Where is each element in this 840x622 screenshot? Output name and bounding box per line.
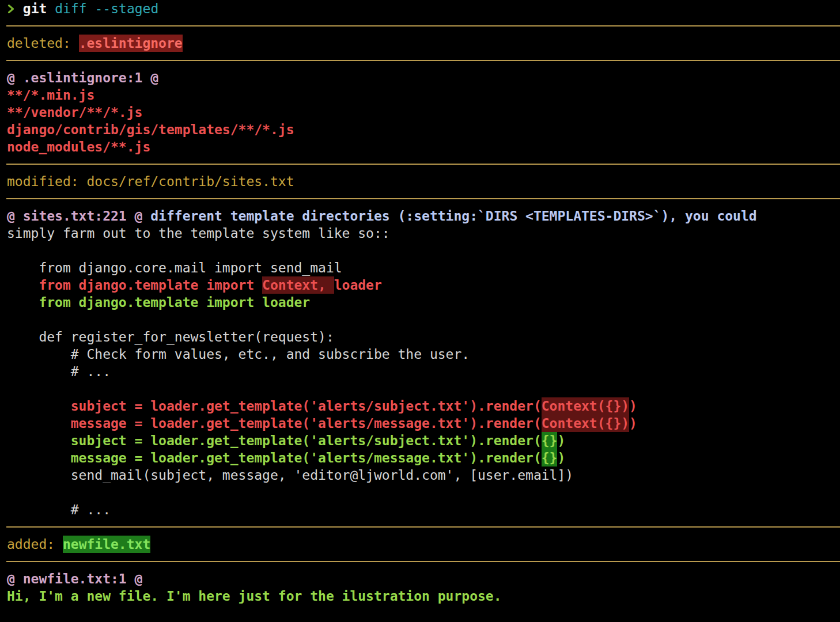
context-line-text: def register_for_newsletter(request): (7, 328, 334, 346)
terminal-line: # ... (7, 363, 840, 380)
terminal-line: from django.template import loader (7, 294, 840, 311)
terminal-line: message = loader.get_template('alerts/me… (7, 415, 840, 432)
separator-line (6, 561, 840, 562)
removed-line-text: node_modules/**.js (7, 138, 150, 156)
terminal-line: added: newfile.txt (7, 536, 840, 553)
blank-line (7, 380, 840, 397)
blank-line (7, 484, 840, 501)
terminal-line: # ... (7, 501, 840, 518)
separator-rule (6, 553, 840, 570)
terminal-line: subject = loader.get_template('alerts/su… (7, 397, 840, 415)
hunk-header: @ sites.txt:221 @ (7, 207, 142, 225)
separator-line (6, 526, 840, 528)
file-status-label: modified: docs/ref/contrib/sites.txt (7, 173, 294, 190)
context-line-text (47, 0, 55, 17)
hunk-header: @ .eslintignore:1 @ (7, 69, 158, 86)
separator-line (6, 25, 840, 26)
terminal-line: subject = loader.get_template('alerts/su… (7, 432, 840, 449)
terminal-line: django/contrib/gis/templates/**/*.js (7, 121, 840, 138)
added-emphasis: {} (542, 432, 558, 449)
terminal-line: modified: docs/ref/contrib/sites.txt (7, 173, 840, 190)
terminal-line: @ sites.txt:221 @ different template dir… (7, 207, 840, 225)
context-line-text: # ... (7, 501, 111, 518)
terminal-line: def register_for_newsletter(request): (7, 328, 840, 346)
terminal-line: message = loader.get_template('alerts/me… (7, 449, 840, 466)
removed-line-text: subject = loader.get_template('alerts/su… (7, 397, 542, 415)
hunk-header-context: different template directories (:setting… (142, 207, 756, 225)
context-line-text: # Check form values, etc., and subscribe… (7, 346, 470, 363)
terminal-line: **/*.min.js (7, 86, 840, 104)
added-line-text: message = loader.get_template('alerts/me… (7, 449, 542, 466)
added-line-text: ) (557, 432, 565, 449)
added-file-name: newfile.txt (63, 536, 150, 553)
separator-rule (6, 190, 840, 207)
separator-rule (6, 52, 840, 69)
terminal-line: **/vendor/**/*.js (7, 104, 840, 121)
removed-line-text: message = loader.get_template('alerts/me… (7, 415, 542, 432)
diff-output: git diff --stageddeleted: .eslintignore@… (7, 0, 840, 605)
removed-line-text: **/*.min.js (7, 86, 94, 104)
terminal-line: @ newfile.txt:1 @ (7, 570, 840, 587)
separator-line (6, 198, 840, 199)
removed-emphasis: Context, (262, 276, 334, 294)
removed-line-text: loader (334, 276, 382, 294)
separator-rule (6, 156, 840, 173)
separator-rule (6, 518, 840, 536)
terminal-line: from django.template import Context, loa… (7, 276, 840, 294)
removed-line-text: ) (629, 415, 637, 432)
file-status-label: deleted: (7, 35, 79, 52)
separator-line (6, 60, 840, 61)
removed-line-text: **/vendor/**/*.js (7, 104, 142, 121)
terminal-line: from django.core.mail import send_mail (7, 259, 840, 276)
context-line-text (15, 0, 23, 17)
file-status-label: added: (7, 536, 63, 553)
terminal-line: deleted: .eslintignore (7, 35, 840, 52)
context-line-text: send_mail(subject, message, 'editor@ljwo… (7, 466, 573, 484)
terminal-line: node_modules/**.js (7, 138, 840, 156)
added-line-text: from django.template import loader (7, 294, 310, 311)
terminal-line: simply farm out to the template system l… (7, 225, 840, 242)
removed-line-text: django/contrib/gis/templates/**/*.js (7, 121, 294, 138)
deleted-file-name: .eslintignore (79, 35, 183, 52)
separator-line (6, 164, 840, 165)
context-line-text: # ... (7, 363, 111, 380)
terminal[interactable]: git diff --stageddeleted: .eslintignore@… (0, 0, 840, 622)
command-args: diff --staged (55, 0, 158, 17)
separator-rule (6, 17, 840, 35)
added-emphasis: {} (542, 449, 558, 466)
added-line-text: ) (557, 449, 565, 466)
terminal-line: git diff --staged (7, 0, 840, 17)
terminal-line: @ .eslintignore:1 @ (7, 69, 840, 86)
removed-emphasis: Context({}) (542, 415, 629, 432)
terminal-line: Hi, I'm a new file. I'm here just for th… (7, 587, 840, 605)
removed-line-text: ) (629, 397, 637, 415)
terminal-line: # Check form values, etc., and subscribe… (7, 346, 840, 363)
blank-line (7, 311, 840, 328)
hunk-header: @ newfile.txt:1 @ (7, 570, 142, 587)
blank-line (7, 242, 840, 259)
context-line-text: simply farm out to the template system l… (7, 225, 390, 242)
removed-emphasis: Context({}) (542, 397, 629, 415)
prompt-chevron-icon (7, 0, 15, 17)
added-line-text: Hi, I'm a new file. I'm here just for th… (7, 587, 502, 605)
context-line-text: from django.core.mail import send_mail (7, 259, 342, 276)
removed-line-text: from django.template import (7, 276, 262, 294)
terminal-line: send_mail(subject, message, 'editor@ljwo… (7, 466, 840, 484)
added-line-text: subject = loader.get_template('alerts/su… (7, 432, 542, 449)
command-name: git (23, 0, 47, 17)
